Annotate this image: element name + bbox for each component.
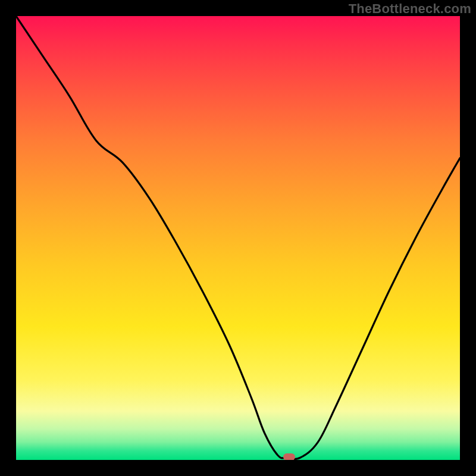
chart-frame: TheBottleneck.com	[0, 0, 476, 476]
watermark-text: TheBottleneck.com	[349, 1, 471, 17]
plot-area	[16, 16, 460, 460]
curve-layer	[16, 16, 460, 460]
optimal-point-marker	[283, 453, 295, 460]
bottleneck-curve	[16, 16, 460, 459]
